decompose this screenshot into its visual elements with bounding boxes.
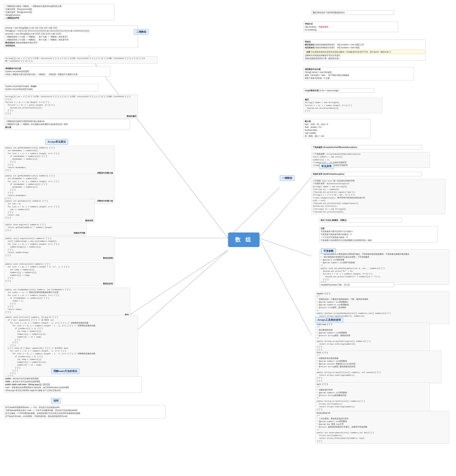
er-wei-def1: 二维数组的元素是一维数组，一维数组的元素是String类型的元素 不建议使用 S… (4, 4, 114, 20)
branch-arrays-gong: Arrays工具类的使用 (315, 317, 343, 323)
arrays-tostring: toString {'{'} /** * 输出数组的内容 * @param nu… (315, 322, 430, 352)
branch-arrays-ji: Arrays常见算法 (45, 139, 68, 144)
ke-bian-note2: variableParameter(了解） {'{'} {'}'} (319, 282, 394, 287)
alg-sum-code: public int getSum(int[] numbers) {'{'} i… (4, 199, 95, 223)
default-val-1: byte、short、int、long = 0 (305, 123, 369, 126)
exception-npe-code: //只需是 null.xxxx 就一定会发生空指针异常 //空指针异常：Null… (311, 179, 445, 214)
er-wei-p2-code: String[][] p2 = {'{'}{'{'}小花:'1211111111… (4, 56, 158, 64)
svg-line-5 (259, 238, 311, 335)
alg-max-code: public int getMaxNumber(int[] numbers) {… (4, 146, 114, 176)
ke-bian-code: /** * *如n类型看和int类型或其它类型进行输出，可变形参的返回就是数组，… (319, 249, 449, 285)
arrays-fill: fill {'{'} /** * 对数组所有内容的替换 * @param num… (315, 351, 441, 383)
center-label: 数 组 (235, 237, 252, 243)
yi-wei-ding-yi-box: 定义 数组是多个相同类型数据的组合 (311, 10, 394, 15)
er-wei-init: persons = new String[3][2]; (小花:'110',大花… (4, 26, 138, 48)
svg-line-0 (228, 187, 280, 238)
alg-avg-code: public void avg(int[] numbers) {'{'} ret… (4, 223, 87, 235)
alg-reverse-code: public void reverse(int[] numbers) {'{'}… (4, 262, 114, 286)
ke-bian-notes: 注意 可变形参的个数可以是0个/1个或多个。 可变形参只能是参列表中的最后一个 … (319, 226, 438, 243)
branch-main: 理解main方法的语法 (51, 368, 79, 374)
yi-wei-length-box: length数组长度 int len = names.length; (303, 88, 374, 93)
arrays-sort: sort {'{'} /** * 对数组进行排序 * @param number… (315, 382, 430, 415)
branch-shuo-ming: 说明 (51, 398, 61, 403)
branch-chang-jian: 常见异常 (319, 163, 334, 169)
er-wei-default: 二维数组的元素是引用类型类型 默认值是null 二维数组中元素（一维数组）的元素… (4, 119, 130, 129)
center-node: 数 组 (228, 232, 259, 247)
arrays-binarysearch: binarySearch /** * 二分法查找，查找前必须进行排序。 * @p… (315, 411, 449, 443)
main-content: public：表示此方法可以被外部所调用 static：表示此方法可以由类名直接… (4, 376, 142, 393)
shuo-ming-content: 由于java程序需要调用main（）方法，所以此方法必须是public. 又因为… (4, 405, 165, 418)
yi-wei-call-box: 调用数组中的元素 String[] names = new String[5];… (303, 67, 414, 80)
mind-map-canvas: 数 组 一维数组 定义 数组是多个相同类型数据的组合 声明方式 int[] nu… (0, 0, 456, 476)
er-wei-length: System.out.print(p2.length) length Syste… (4, 84, 99, 91)
branch-er-wei: 二维数组 (134, 29, 149, 35)
exception-aioobe-title: 下角标越界 (ArrayIndexOutOfBoundsException) (311, 145, 422, 150)
er-wei-traverse: String[][] p2 = {'{'}{'{'}小花:'1211111111… (4, 94, 138, 119)
branch-ke-bian: 可变参数 (321, 248, 336, 254)
er-wei-yong-fa: 调用数组中的元素 System.out.println(p2[2][0]) 2的… (4, 66, 110, 77)
ke-bian-format: 格式 方法名 (数量型，变量名) (319, 218, 402, 222)
exception-npe-title: 空指针异常 (NullPointerException) (311, 172, 422, 176)
svg-line-4 (259, 238, 311, 256)
yi-wei-traverse-box: 遍历 String[] names = new String[5]; for(i… (303, 98, 382, 113)
svg-line-3 (259, 177, 311, 238)
yi-wei-sheng-ming-box: 声明方式 int[] numbers; 不建议使用 int numbers[]; (303, 22, 398, 32)
yi-wei-init-box: 初始化 静态初始化 初始化和赋值同时进行 int[] numbers = new… (303, 39, 426, 61)
yi-wei-default-box: 默认值 byte、short、int、long = 0 float、double… (303, 119, 370, 138)
alg-copy-code: public int[] copyInt(int[] numbers) {'{'… (4, 237, 114, 260)
branch-yi-wei: 一维数组 (280, 175, 294, 181)
alg-find-code: public int findNumber(int[] numbers, int… (4, 288, 130, 317)
